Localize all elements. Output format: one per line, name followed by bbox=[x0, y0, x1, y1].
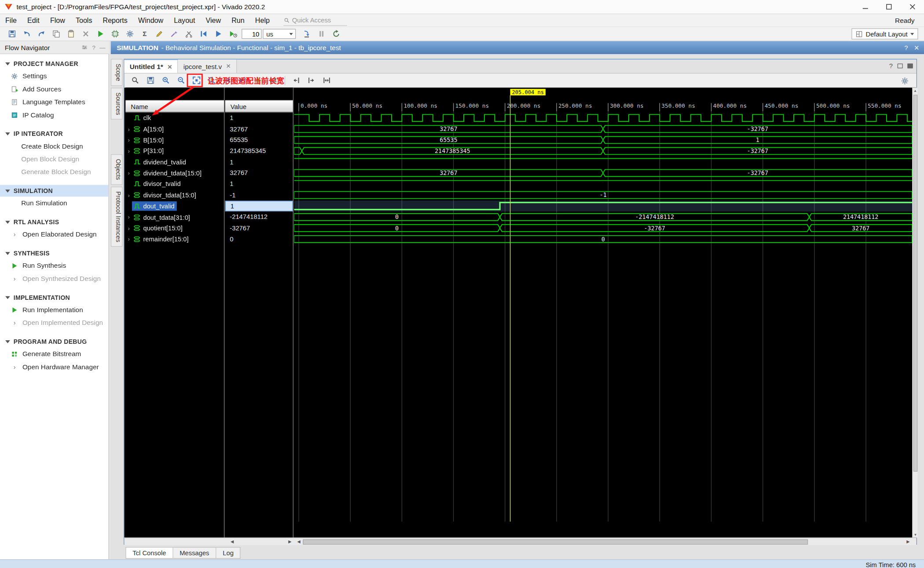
goto-end-button[interactable] bbox=[304, 74, 318, 86]
signal-row-dividend-tdata-15-0[interactable]: ›dividend_tdata[15:0] bbox=[125, 167, 224, 178]
signal-value-quotient-15-0[interactable]: -32767 bbox=[225, 222, 293, 233]
console-tab-messages[interactable]: Messages bbox=[173, 547, 216, 559]
flownav-item-open-elaborated-design[interactable]: ›Open Elaborated Design bbox=[0, 228, 108, 240]
flownav-header-simulation[interactable]: SIMULATION bbox=[0, 185, 108, 197]
signal-name-chip[interactable]: A[15:0] bbox=[132, 124, 166, 134]
close-tab-icon[interactable]: ✕ bbox=[226, 63, 231, 69]
save-button[interactable] bbox=[5, 28, 19, 40]
signal-row-p-31-0[interactable]: ›P[31:0] bbox=[125, 146, 224, 157]
horizontal-scroll-thumb[interactable] bbox=[303, 539, 808, 544]
layout-selector-dropdown[interactable]: Default Layout bbox=[851, 28, 918, 39]
menu-file[interactable]: File bbox=[0, 14, 22, 26]
fit-button[interactable] bbox=[319, 74, 334, 86]
run-for-button[interactable] bbox=[226, 28, 240, 40]
names-scroll-left-icon[interactable]: ◀ bbox=[229, 538, 236, 545]
flownav-item-open-hardware-manager[interactable]: ›Open Hardware Manager bbox=[0, 360, 108, 373]
maximize-panel-icon[interactable] bbox=[908, 64, 913, 69]
close-tab-icon[interactable]: ✕ bbox=[167, 63, 172, 70]
signal-row-divisor-tvalid[interactable]: divisor_tvalid bbox=[125, 178, 224, 189]
run-button[interactable] bbox=[93, 28, 108, 40]
settings-sliders-icon[interactable] bbox=[81, 44, 88, 51]
signal-value-clk[interactable]: 1 bbox=[225, 113, 293, 124]
delete-button[interactable] bbox=[78, 28, 93, 40]
flownav-header-rtl-analysis[interactable]: RTL ANALYSIS bbox=[0, 216, 108, 228]
menu-window[interactable]: Window bbox=[133, 14, 169, 26]
expand-chevron-icon[interactable]: › bbox=[125, 137, 132, 143]
tab-untitled-1[interactable]: Untitled 1*✕ bbox=[125, 59, 178, 73]
close-icon[interactable]: ✕ bbox=[914, 44, 919, 51]
signal-value-b-15-0[interactable]: 65535 bbox=[225, 135, 293, 146]
expand-chevron-icon[interactable]: › bbox=[125, 225, 132, 231]
menu-run[interactable]: Run bbox=[226, 14, 250, 26]
value-column-header[interactable]: Value bbox=[225, 100, 293, 113]
menu-edit[interactable]: Edit bbox=[22, 14, 45, 26]
expand-chevron-icon[interactable]: › bbox=[125, 126, 132, 132]
help-icon[interactable]: ? bbox=[904, 44, 908, 51]
signal-name-chip[interactable]: dout_tvalid bbox=[132, 201, 177, 211]
quick-access-search[interactable]: Quick Access bbox=[283, 15, 347, 25]
maximize-button[interactable] bbox=[877, 0, 901, 14]
signal-value-dout-tdata-31-0[interactable]: -2147418112 bbox=[225, 211, 293, 222]
signal-value-divisor-tvalid[interactable]: 1 bbox=[225, 178, 293, 189]
menu-help[interactable]: Help bbox=[250, 14, 275, 26]
vertical-scroll-thumb[interactable] bbox=[913, 95, 917, 472]
step-button[interactable] bbox=[299, 28, 314, 40]
copy-button[interactable] bbox=[49, 28, 63, 40]
signal-row-a-15-0[interactable]: ›A[15:0] bbox=[125, 124, 224, 135]
help-icon[interactable]: ? bbox=[92, 44, 95, 51]
close-button[interactable] bbox=[900, 0, 924, 14]
flownav-item-settings[interactable]: Settings bbox=[0, 69, 108, 82]
flownav-header-program-and-debug[interactable]: PROGRAM AND DEBUG bbox=[0, 335, 108, 347]
flownav-item-generate-bitstream[interactable]: Generate Bitstream bbox=[0, 347, 108, 360]
signal-row-divisor-tdata-15-0[interactable]: ›divisor_tdata[15:0] bbox=[125, 189, 224, 200]
signal-row-dout-tvalid[interactable]: dout_tvalid bbox=[125, 200, 224, 211]
simulation-run-time-input[interactable] bbox=[242, 29, 262, 39]
signal-value-remainder-15-0[interactable]: 0 bbox=[225, 233, 293, 244]
float-window-icon[interactable] bbox=[898, 64, 903, 69]
side-tab-objects[interactable]: Objects bbox=[111, 154, 123, 185]
menu-flow[interactable]: Flow bbox=[45, 14, 70, 26]
expand-chevron-icon[interactable]: › bbox=[125, 148, 132, 154]
flownav-item-create-block-design[interactable]: Create Block Design bbox=[0, 139, 108, 152]
probe-button[interactable] bbox=[182, 28, 196, 40]
redo-button[interactable] bbox=[34, 28, 49, 40]
expand-chevron-icon[interactable]: › bbox=[125, 192, 132, 198]
console-tab-log[interactable]: Log bbox=[216, 547, 241, 559]
expand-chevron-icon[interactable]: › bbox=[125, 170, 132, 176]
board-button[interactable] bbox=[108, 28, 122, 40]
signal-name-chip[interactable]: remainder[15:0] bbox=[132, 234, 191, 244]
signal-value-dout-tvalid[interactable]: 1 bbox=[225, 200, 293, 211]
signal-name-chip[interactable]: divisor_tdata[15:0] bbox=[132, 190, 198, 200]
relaunch-button[interactable] bbox=[329, 28, 343, 40]
side-tab-scope[interactable]: Scope bbox=[111, 59, 123, 86]
flownav-item-run-synthesis[interactable]: Run Synthesis bbox=[0, 259, 108, 272]
scroll-down-icon[interactable]: ▼ bbox=[913, 532, 918, 537]
flownav-item-open-implemented-design[interactable]: ›Open Implemented Design bbox=[0, 316, 108, 329]
wave-scroll-right-icon[interactable]: ▶ bbox=[905, 538, 912, 545]
vertical-scrollbar[interactable]: ▲ ▼ bbox=[912, 88, 917, 538]
menu-layout[interactable]: Layout bbox=[169, 14, 200, 26]
signal-value-dividend-tvalid[interactable]: 1 bbox=[225, 157, 293, 167]
undo-button[interactable] bbox=[19, 28, 34, 40]
waveform-canvas[interactable]: 0.000 ns50.000 ns100.000 ns150.000 ns200… bbox=[294, 88, 912, 538]
edit-button[interactable] bbox=[152, 28, 167, 40]
signal-value-p-31-0[interactable]: 2147385345 bbox=[225, 146, 293, 157]
flownav-header-ip-integrator[interactable]: IP INTEGRATOR bbox=[0, 128, 108, 140]
signal-name-chip[interactable]: P[31:0] bbox=[132, 146, 166, 156]
expand-chevron-icon[interactable]: › bbox=[125, 236, 132, 242]
flownav-item-run-implementation[interactable]: Run Implementation bbox=[0, 303, 108, 316]
flownav-header-project-manager[interactable]: PROJECT MANAGER bbox=[0, 58, 108, 69]
signal-value-a-15-0[interactable]: 32767 bbox=[225, 124, 293, 135]
flownav-item-run-simulation[interactable]: Run Simulation bbox=[0, 197, 108, 209]
tab-ipcore-test-v[interactable]: ipcore_test.v✕ bbox=[178, 59, 237, 73]
time-unit-dropdown[interactable]: us bbox=[263, 29, 296, 39]
restart-button[interactable] bbox=[196, 28, 211, 40]
signal-value-dividend-tdata-15-0[interactable]: 32767 bbox=[225, 167, 293, 178]
expand-chevron-icon[interactable]: › bbox=[125, 214, 132, 220]
side-tab-sources[interactable]: Sources bbox=[111, 87, 123, 120]
wand-button[interactable] bbox=[167, 28, 181, 40]
sigma-button[interactable]: Σ bbox=[137, 28, 152, 40]
signal-name-chip[interactable]: B[15:0] bbox=[132, 135, 166, 145]
menu-tools[interactable]: Tools bbox=[70, 14, 98, 26]
flownav-header-implementation[interactable]: IMPLEMENTATION bbox=[0, 291, 108, 303]
